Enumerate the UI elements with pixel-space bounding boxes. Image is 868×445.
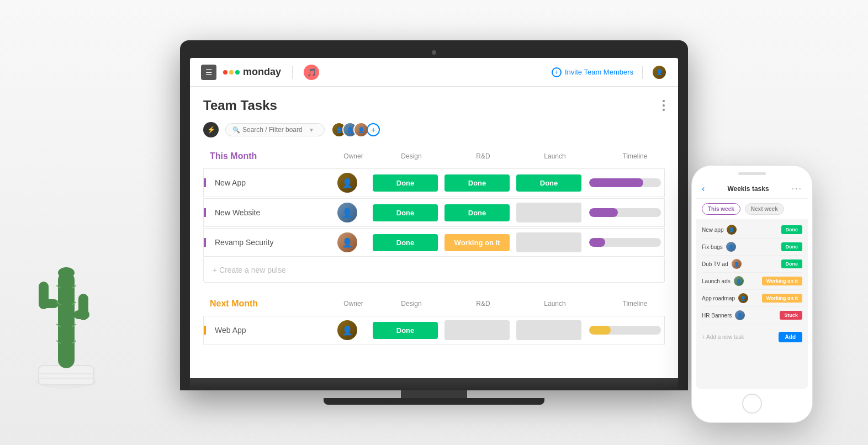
- phone-add-text: + Add a new task: [702, 334, 744, 340]
- menu-dot: [663, 104, 665, 107]
- phone-status-badge: Done: [781, 259, 803, 268]
- invite-plus-icon: +: [552, 67, 562, 77]
- laptop-screen: ☰ monday 🎵: [190, 58, 678, 378]
- col-header-design: Design: [375, 300, 447, 308]
- phone-task-left: Dub TV ad 👤: [702, 259, 742, 269]
- user-avatar[interactable]: 👤: [652, 65, 667, 80]
- col-header-owner: Owner: [331, 300, 375, 308]
- table-row: New App 👤 Done Done: [203, 168, 665, 197]
- header-left: ☰ monday 🎵: [201, 65, 319, 80]
- status-badge: Done: [444, 204, 510, 221]
- create-pulse-row[interactable]: + Create a new pulse: [203, 258, 665, 283]
- owner-avatar: 👤: [337, 232, 357, 252]
- svg-rect-6: [39, 282, 49, 309]
- phone-task-name: Fix bugs: [702, 244, 723, 250]
- app-header: ☰ monday 🎵: [190, 58, 678, 87]
- search-icon: 🔍: [232, 126, 240, 134]
- phone-task-name: New app: [702, 227, 723, 233]
- rnd-cell: Working on it: [441, 232, 513, 253]
- group-header-next-month: Next Month Owner Design R&D Launch Timel…: [203, 296, 665, 311]
- search-box[interactable]: 🔍 ▼: [225, 123, 325, 136]
- svg-rect-1: [39, 365, 94, 385]
- list-item: App roadmap 👤 Working on it: [702, 290, 802, 307]
- phone-more-button[interactable]: ···: [792, 184, 802, 194]
- phone-task-left: New app 👤: [702, 225, 737, 235]
- status-badge: Done: [444, 174, 510, 192]
- phone-back-button[interactable]: ‹: [702, 184, 705, 194]
- laptop-foot: [324, 398, 544, 405]
- list-item: HR Banners 👤 Stuck: [702, 307, 802, 324]
- task-name: Web App: [215, 326, 246, 335]
- header-divider: [642, 66, 643, 79]
- timeline-cell: [585, 324, 673, 337]
- phone-task-name: Launch ads: [702, 278, 731, 284]
- cactus-decoration: [22, 222, 110, 401]
- timeline-bar-bg: [589, 238, 661, 247]
- timeline-bar-fill: [589, 238, 605, 247]
- timeline-cell: [585, 206, 673, 219]
- phone-task-avatar: 👤: [727, 225, 737, 235]
- board-title-row: Team Tasks: [203, 98, 665, 113]
- timeline-bar-fill: [589, 326, 611, 335]
- nav-menu-button[interactable]: ☰: [201, 65, 216, 80]
- phone-task-left: Fix bugs 👤: [702, 242, 736, 252]
- svg-rect-8: [78, 294, 88, 320]
- rnd-cell: Done: [441, 202, 513, 224]
- phone-task-avatar: 👤: [738, 293, 748, 303]
- phone-task-avatar: 👤: [735, 310, 745, 320]
- tab-next-week[interactable]: Next week: [745, 203, 784, 215]
- launch-cell: [513, 318, 585, 342]
- phone-home-button[interactable]: [742, 394, 762, 414]
- design-cell: Done: [369, 172, 441, 194]
- avatar-toolbar: 👤 👤 👤 +: [331, 122, 380, 137]
- logo-dot-yellow: [229, 70, 234, 75]
- tab-this-week[interactable]: This week: [702, 203, 740, 215]
- table-row: New Website 👤 Done Done: [203, 198, 665, 227]
- status-badge: Done: [373, 174, 438, 192]
- owner-avatar: 👤: [337, 320, 357, 340]
- phone-tabs: This week Next week: [696, 199, 808, 219]
- group-header-this-month: This Month Owner Design R&D Launch Timel…: [203, 149, 665, 164]
- task-name-cell: New Website: [204, 208, 325, 217]
- task-name-cell: Web App: [204, 326, 325, 335]
- menu-dot: [663, 109, 665, 111]
- phone-status-badge: Stuck: [780, 311, 802, 320]
- activity-icon[interactable]: ⚡: [203, 122, 219, 137]
- list-item: Dub TV ad 👤 Done: [702, 256, 802, 273]
- group-this-month: This Month Owner Design R&D Launch Timel…: [203, 149, 665, 283]
- task-name: New App: [215, 178, 246, 187]
- phone-outer: ‹ Weekls tasks ··· This week Next week N…: [691, 165, 813, 423]
- owner-cell: 👤: [325, 320, 369, 340]
- phone-add-button[interactable]: Add: [779, 332, 802, 342]
- logo-text: monday: [243, 66, 281, 78]
- timeline-cell: [585, 176, 673, 189]
- phone-header: ‹ Weekls tasks ···: [696, 179, 808, 199]
- phone-status-badge: Done: [781, 225, 803, 234]
- timeline-bar-bg: [589, 208, 661, 217]
- col-header-rnd: R&D: [447, 300, 519, 308]
- search-input[interactable]: [242, 126, 309, 134]
- monday-logo: monday: [223, 66, 281, 78]
- board-title: Team Tasks: [203, 98, 277, 113]
- phone-task-left: Launch ads 👤: [702, 276, 744, 286]
- launch-cell: [513, 200, 585, 225]
- phone-status-badge: Working on it: [762, 294, 802, 303]
- phone-status-badge: Done: [781, 242, 803, 251]
- toolbar-row: ⚡ 🔍 ▼ 👤 👤 👤 +: [203, 122, 665, 137]
- board-menu-button[interactable]: [663, 100, 665, 111]
- phone-screen: ‹ Weekls tasks ··· This week Next week N…: [696, 179, 808, 389]
- col-header-timeline: Timeline: [591, 152, 678, 160]
- invite-team-button[interactable]: + Invite Team Members: [552, 67, 633, 77]
- table-row: Web App 👤 Done: [203, 316, 665, 345]
- group-title-next-month: Next Month: [210, 299, 331, 309]
- col-header-timeline: Timeline: [591, 300, 678, 308]
- menu-dot: [663, 100, 665, 102]
- empty-status: [516, 203, 581, 223]
- logo-dot-red: [223, 70, 227, 75]
- empty-status: [444, 320, 510, 340]
- design-cell: Done: [369, 320, 441, 341]
- add-member-button[interactable]: +: [367, 123, 380, 136]
- table-row: Revamp Security 👤 Done Working on it: [203, 228, 665, 257]
- logo-dot-green: [235, 70, 240, 75]
- timeline-bar-fill: [589, 208, 618, 217]
